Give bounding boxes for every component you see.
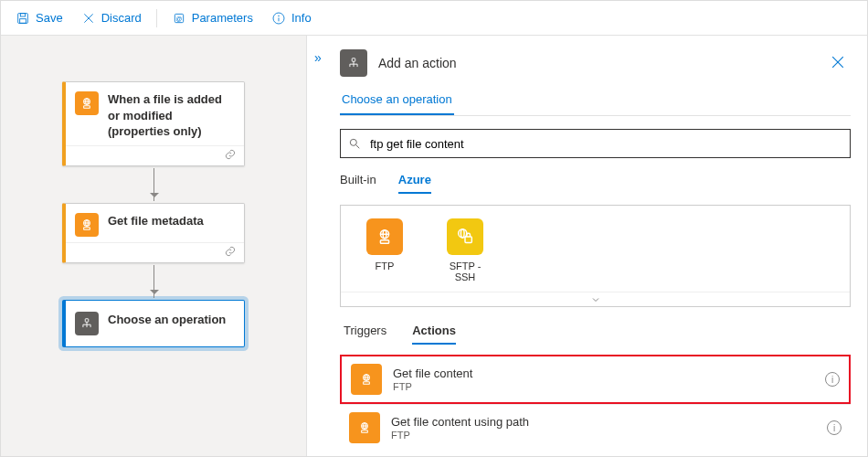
parameters-label: Parameters bbox=[192, 11, 253, 25]
trigger-card[interactable]: When a file is added or modified (proper… bbox=[62, 81, 245, 166]
toolbar-separator bbox=[156, 9, 157, 27]
svg-rect-40 bbox=[465, 237, 471, 242]
tab-azure[interactable]: Azure bbox=[398, 173, 431, 194]
panel-subhead: Choose an operation bbox=[340, 92, 851, 116]
parameters-icon: @ bbox=[172, 11, 186, 26]
action-get-file-content[interactable]: Get file content FTP i bbox=[340, 355, 851, 404]
command-bar: Save Discard @ Parameters Info bbox=[1, 1, 867, 36]
svg-rect-1 bbox=[20, 13, 25, 16]
action-title: Get file content using path bbox=[391, 415, 529, 430]
action-title: Get file content bbox=[393, 367, 472, 381]
choose-op-title: Choose an operation bbox=[108, 312, 235, 328]
ftp-connector-icon bbox=[75, 91, 99, 115]
action-subtitle: FTP bbox=[391, 430, 529, 441]
action-info-button[interactable]: i bbox=[825, 372, 840, 387]
tab-actions[interactable]: Actions bbox=[412, 324, 456, 345]
svg-rect-44 bbox=[364, 382, 370, 385]
save-label: Save bbox=[36, 11, 63, 25]
search-input[interactable] bbox=[368, 136, 842, 152]
collapse-panel-button[interactable]: » bbox=[314, 50, 322, 65]
connector-sftp-label: SFTP - SSH bbox=[438, 260, 492, 282]
connector-ftp-label: FTP bbox=[376, 260, 395, 271]
panel-subhead-label: Choose an operation bbox=[340, 92, 454, 115]
choose-operation-card[interactable]: Choose an operation bbox=[62, 300, 245, 347]
save-button[interactable]: Save bbox=[8, 7, 70, 29]
discard-button[interactable]: Discard bbox=[74, 7, 149, 29]
info-label: Info bbox=[291, 11, 312, 25]
search-icon bbox=[348, 137, 361, 150]
svg-point-32 bbox=[350, 139, 356, 145]
action-card-get-metadata[interactable]: Get file metadata bbox=[62, 203, 245, 263]
expand-connectors-button[interactable] bbox=[341, 292, 850, 306]
connector-sftp[interactable]: SFTP - SSH bbox=[438, 218, 492, 282]
discard-icon bbox=[81, 11, 96, 26]
connectors-box: FTP SFTP - SSH bbox=[340, 205, 851, 307]
connection-icon bbox=[224, 245, 237, 260]
action-title: Get file metadata bbox=[108, 213, 235, 229]
actions-list: Get file content FTP i Get file content … bbox=[340, 355, 851, 451]
svg-rect-37 bbox=[380, 240, 388, 244]
operation-icon bbox=[75, 312, 99, 335]
svg-rect-18 bbox=[85, 318, 89, 322]
action-info-button[interactable]: i bbox=[827, 420, 842, 435]
operation-icon bbox=[340, 49, 367, 77]
tab-builtin[interactable]: Built-in bbox=[340, 173, 376, 194]
ftp-connector-icon bbox=[351, 364, 382, 395]
source-tabs: Built-in Azure bbox=[340, 173, 851, 194]
action-get-file-content-path[interactable]: Get file content using path FTP i bbox=[340, 404, 851, 451]
svg-point-9 bbox=[279, 16, 280, 16]
svg-text:@: @ bbox=[175, 15, 182, 21]
info-button[interactable]: Info bbox=[264, 7, 319, 29]
discard-label: Discard bbox=[101, 11, 142, 25]
operation-panel: » Add an action Choose an operation Buil… bbox=[307, 36, 867, 456]
svg-rect-24 bbox=[352, 58, 355, 62]
svg-point-39 bbox=[460, 229, 464, 238]
ftp-connector-icon bbox=[349, 412, 380, 443]
ftp-connector-icon bbox=[75, 213, 99, 237]
svg-rect-48 bbox=[362, 430, 368, 433]
parameters-button[interactable]: @ Parameters bbox=[164, 7, 260, 29]
designer-canvas[interactable]: When a file is added or modified (proper… bbox=[1, 36, 307, 456]
info-icon bbox=[271, 11, 286, 26]
chevron-down-icon bbox=[590, 294, 601, 305]
save-icon bbox=[16, 11, 30, 26]
svg-rect-13 bbox=[84, 106, 90, 109]
close-icon bbox=[829, 53, 847, 71]
connector-ftp[interactable]: FTP bbox=[357, 218, 412, 282]
close-panel-button[interactable] bbox=[829, 53, 847, 74]
connector-arrow bbox=[153, 168, 154, 201]
tab-triggers[interactable]: Triggers bbox=[344, 324, 386, 345]
action-subtitle: FTP bbox=[393, 381, 472, 392]
svg-line-33 bbox=[356, 145, 360, 149]
ftp-icon bbox=[366, 218, 403, 255]
panel-title: Add an action bbox=[378, 56, 457, 70]
svg-rect-2 bbox=[20, 18, 26, 23]
operation-search[interactable] bbox=[340, 129, 851, 158]
connection-icon bbox=[224, 148, 237, 164]
trigger-title: When a file is added or modified (proper… bbox=[108, 91, 235, 140]
sftp-icon bbox=[447, 218, 483, 255]
connector-arrow bbox=[153, 265, 154, 298]
result-tabs: Triggers Actions bbox=[340, 324, 851, 345]
svg-rect-17 bbox=[84, 227, 90, 229]
